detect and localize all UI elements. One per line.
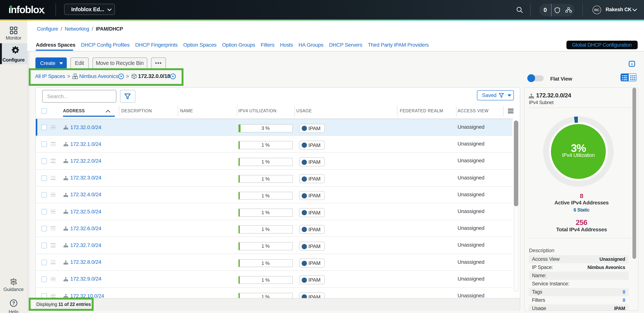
svg-text:IPv4 Utilization: IPv4 Utilization — [562, 152, 595, 158]
svg-text:?: ? — [12, 300, 15, 306]
